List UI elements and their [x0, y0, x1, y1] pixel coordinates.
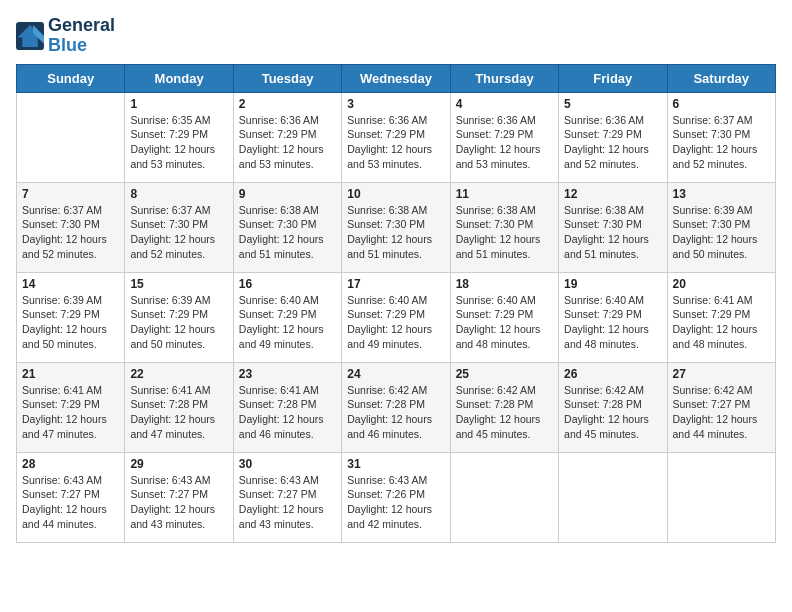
- day-number: 10: [347, 187, 444, 201]
- day-info: Sunrise: 6:39 AMSunset: 7:29 PMDaylight:…: [22, 293, 119, 352]
- day-number: 19: [564, 277, 661, 291]
- calendar-cell: [559, 452, 667, 542]
- day-number: 31: [347, 457, 444, 471]
- calendar-cell: 18Sunrise: 6:40 AMSunset: 7:29 PMDayligh…: [450, 272, 558, 362]
- day-info: Sunrise: 6:43 AMSunset: 7:27 PMDaylight:…: [22, 473, 119, 532]
- calendar-week-5: 28Sunrise: 6:43 AMSunset: 7:27 PMDayligh…: [17, 452, 776, 542]
- day-number: 24: [347, 367, 444, 381]
- calendar-week-3: 14Sunrise: 6:39 AMSunset: 7:29 PMDayligh…: [17, 272, 776, 362]
- day-info: Sunrise: 6:37 AMSunset: 7:30 PMDaylight:…: [673, 113, 770, 172]
- day-number: 21: [22, 367, 119, 381]
- day-number: 4: [456, 97, 553, 111]
- calendar-header-saturday: Saturday: [667, 64, 775, 92]
- calendar-header-thursday: Thursday: [450, 64, 558, 92]
- calendar-cell: 22Sunrise: 6:41 AMSunset: 7:28 PMDayligh…: [125, 362, 233, 452]
- day-number: 15: [130, 277, 227, 291]
- logo-icon: [16, 22, 44, 50]
- calendar-cell: 11Sunrise: 6:38 AMSunset: 7:30 PMDayligh…: [450, 182, 558, 272]
- day-number: 13: [673, 187, 770, 201]
- day-number: 20: [673, 277, 770, 291]
- calendar-cell: 28Sunrise: 6:43 AMSunset: 7:27 PMDayligh…: [17, 452, 125, 542]
- day-info: Sunrise: 6:38 AMSunset: 7:30 PMDaylight:…: [347, 203, 444, 262]
- calendar-cell: 23Sunrise: 6:41 AMSunset: 7:28 PMDayligh…: [233, 362, 341, 452]
- calendar-cell: 29Sunrise: 6:43 AMSunset: 7:27 PMDayligh…: [125, 452, 233, 542]
- day-number: 5: [564, 97, 661, 111]
- day-info: Sunrise: 6:40 AMSunset: 7:29 PMDaylight:…: [239, 293, 336, 352]
- calendar-cell: 6Sunrise: 6:37 AMSunset: 7:30 PMDaylight…: [667, 92, 775, 182]
- calendar-cell: 3Sunrise: 6:36 AMSunset: 7:29 PMDaylight…: [342, 92, 450, 182]
- day-number: 1: [130, 97, 227, 111]
- calendar-cell: 13Sunrise: 6:39 AMSunset: 7:30 PMDayligh…: [667, 182, 775, 272]
- day-info: Sunrise: 6:42 AMSunset: 7:28 PMDaylight:…: [456, 383, 553, 442]
- day-info: Sunrise: 6:43 AMSunset: 7:27 PMDaylight:…: [130, 473, 227, 532]
- calendar-table: SundayMondayTuesdayWednesdayThursdayFrid…: [16, 64, 776, 543]
- calendar-cell: 15Sunrise: 6:39 AMSunset: 7:29 PMDayligh…: [125, 272, 233, 362]
- calendar-week-2: 7Sunrise: 6:37 AMSunset: 7:30 PMDaylight…: [17, 182, 776, 272]
- calendar-cell: 2Sunrise: 6:36 AMSunset: 7:29 PMDaylight…: [233, 92, 341, 182]
- day-info: Sunrise: 6:41 AMSunset: 7:29 PMDaylight:…: [22, 383, 119, 442]
- calendar-cell: 21Sunrise: 6:41 AMSunset: 7:29 PMDayligh…: [17, 362, 125, 452]
- day-info: Sunrise: 6:41 AMSunset: 7:29 PMDaylight:…: [673, 293, 770, 352]
- calendar-cell: [667, 452, 775, 542]
- day-info: Sunrise: 6:36 AMSunset: 7:29 PMDaylight:…: [564, 113, 661, 172]
- day-number: 26: [564, 367, 661, 381]
- calendar-week-4: 21Sunrise: 6:41 AMSunset: 7:29 PMDayligh…: [17, 362, 776, 452]
- day-info: Sunrise: 6:39 AMSunset: 7:29 PMDaylight:…: [130, 293, 227, 352]
- day-info: Sunrise: 6:37 AMSunset: 7:30 PMDaylight:…: [22, 203, 119, 262]
- calendar-cell: [450, 452, 558, 542]
- calendar-cell: 9Sunrise: 6:38 AMSunset: 7:30 PMDaylight…: [233, 182, 341, 272]
- day-number: 7: [22, 187, 119, 201]
- day-info: Sunrise: 6:37 AMSunset: 7:30 PMDaylight:…: [130, 203, 227, 262]
- calendar-cell: 25Sunrise: 6:42 AMSunset: 7:28 PMDayligh…: [450, 362, 558, 452]
- page-header: General Blue: [16, 16, 776, 56]
- calendar-cell: 24Sunrise: 6:42 AMSunset: 7:28 PMDayligh…: [342, 362, 450, 452]
- day-info: Sunrise: 6:42 AMSunset: 7:28 PMDaylight:…: [347, 383, 444, 442]
- day-info: Sunrise: 6:36 AMSunset: 7:29 PMDaylight:…: [347, 113, 444, 172]
- calendar-cell: 26Sunrise: 6:42 AMSunset: 7:28 PMDayligh…: [559, 362, 667, 452]
- calendar-cell: 7Sunrise: 6:37 AMSunset: 7:30 PMDaylight…: [17, 182, 125, 272]
- day-info: Sunrise: 6:43 AMSunset: 7:26 PMDaylight:…: [347, 473, 444, 532]
- day-info: Sunrise: 6:40 AMSunset: 7:29 PMDaylight:…: [347, 293, 444, 352]
- day-number: 6: [673, 97, 770, 111]
- calendar-cell: 20Sunrise: 6:41 AMSunset: 7:29 PMDayligh…: [667, 272, 775, 362]
- day-number: 18: [456, 277, 553, 291]
- day-info: Sunrise: 6:40 AMSunset: 7:29 PMDaylight:…: [456, 293, 553, 352]
- day-number: 9: [239, 187, 336, 201]
- day-number: 3: [347, 97, 444, 111]
- day-info: Sunrise: 6:38 AMSunset: 7:30 PMDaylight:…: [239, 203, 336, 262]
- day-info: Sunrise: 6:38 AMSunset: 7:30 PMDaylight:…: [456, 203, 553, 262]
- day-info: Sunrise: 6:40 AMSunset: 7:29 PMDaylight:…: [564, 293, 661, 352]
- day-number: 29: [130, 457, 227, 471]
- day-number: 22: [130, 367, 227, 381]
- day-number: 25: [456, 367, 553, 381]
- calendar-cell: 14Sunrise: 6:39 AMSunset: 7:29 PMDayligh…: [17, 272, 125, 362]
- day-info: Sunrise: 6:35 AMSunset: 7:29 PMDaylight:…: [130, 113, 227, 172]
- calendar-header-tuesday: Tuesday: [233, 64, 341, 92]
- calendar-header-sunday: Sunday: [17, 64, 125, 92]
- day-number: 16: [239, 277, 336, 291]
- calendar-cell: [17, 92, 125, 182]
- day-info: Sunrise: 6:36 AMSunset: 7:29 PMDaylight:…: [456, 113, 553, 172]
- day-number: 30: [239, 457, 336, 471]
- day-number: 2: [239, 97, 336, 111]
- day-info: Sunrise: 6:43 AMSunset: 7:27 PMDaylight:…: [239, 473, 336, 532]
- day-number: 23: [239, 367, 336, 381]
- day-number: 12: [564, 187, 661, 201]
- day-info: Sunrise: 6:38 AMSunset: 7:30 PMDaylight:…: [564, 203, 661, 262]
- calendar-cell: 27Sunrise: 6:42 AMSunset: 7:27 PMDayligh…: [667, 362, 775, 452]
- calendar-cell: 16Sunrise: 6:40 AMSunset: 7:29 PMDayligh…: [233, 272, 341, 362]
- day-info: Sunrise: 6:42 AMSunset: 7:28 PMDaylight:…: [564, 383, 661, 442]
- calendar-cell: 30Sunrise: 6:43 AMSunset: 7:27 PMDayligh…: [233, 452, 341, 542]
- day-number: 28: [22, 457, 119, 471]
- calendar-header-wednesday: Wednesday: [342, 64, 450, 92]
- calendar-cell: 31Sunrise: 6:43 AMSunset: 7:26 PMDayligh…: [342, 452, 450, 542]
- calendar-header-monday: Monday: [125, 64, 233, 92]
- calendar-header-row: SundayMondayTuesdayWednesdayThursdayFrid…: [17, 64, 776, 92]
- day-info: Sunrise: 6:42 AMSunset: 7:27 PMDaylight:…: [673, 383, 770, 442]
- day-number: 8: [130, 187, 227, 201]
- calendar-week-1: 1Sunrise: 6:35 AMSunset: 7:29 PMDaylight…: [17, 92, 776, 182]
- logo-text: General Blue: [48, 16, 115, 56]
- calendar-cell: 17Sunrise: 6:40 AMSunset: 7:29 PMDayligh…: [342, 272, 450, 362]
- calendar-header-friday: Friday: [559, 64, 667, 92]
- day-info: Sunrise: 6:41 AMSunset: 7:28 PMDaylight:…: [130, 383, 227, 442]
